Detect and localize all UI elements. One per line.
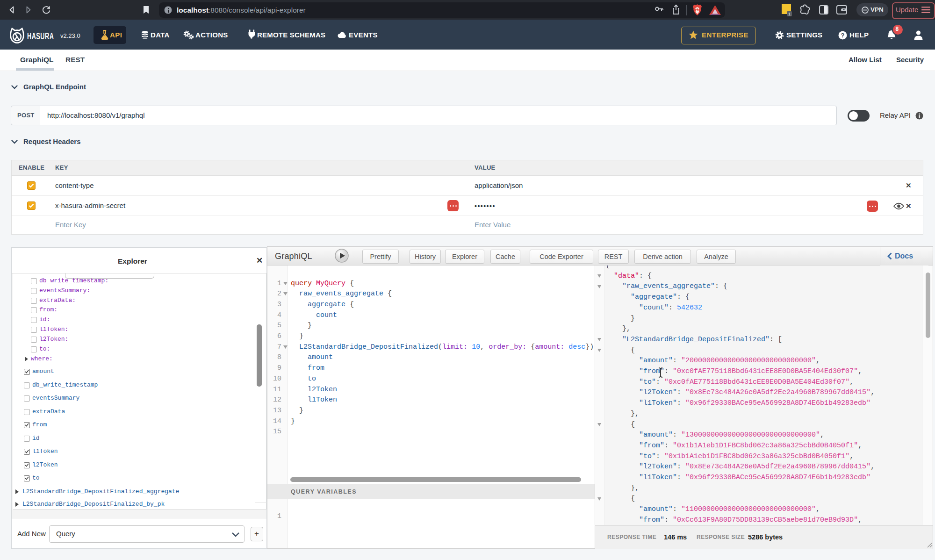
svg-text:?: ? xyxy=(841,32,845,39)
svg-text:1: 1 xyxy=(788,12,791,16)
